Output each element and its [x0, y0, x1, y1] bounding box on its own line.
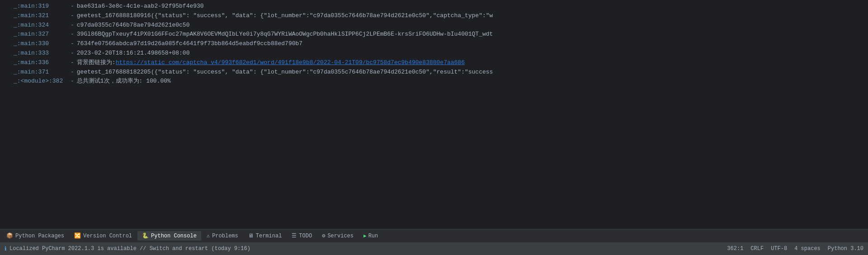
toolbar-tab-version-control[interactable]: 🔀Version Control [70, 231, 137, 241]
toolbar-tab-problems[interactable]: ⚠Problems [202, 231, 243, 241]
cursor-position: 362:1 [727, 246, 743, 252]
toolbar-tab-todo[interactable]: ☰TODO [287, 231, 316, 241]
console-area: _:main:319 - bae631a6-3e8c-4c1e-aab2-92f… [0, 0, 868, 215]
status-left: ℹ Localized PyCharm 2022.1.3 is availabl… [5, 246, 722, 252]
console-line: _:main:327 - 39Gl86BQgpTxeuyf4iPX01G6FFo… [10, 30, 868, 39]
status-bar: ℹ Localized PyCharm 2022.1.3 is availabl… [0, 242, 868, 255]
line-content: geetest_1676888182205({"status": "succes… [77, 68, 493, 77]
line-content: 总共测试1次，成功率为: 100.00% [77, 77, 171, 86]
line-content: 2023-02-20T18:16:21.498658+08:00 [77, 49, 190, 58]
line-dash: - [71, 30, 74, 39]
toolbar-tab-python-packages[interactable]: 📦Python Packages [2, 231, 69, 241]
run-tab[interactable]: ▶Run [359, 232, 382, 241]
python-version: Python 3.10 [828, 246, 863, 252]
todo-label: TODO [299, 233, 312, 239]
line-prefix: _:main:330 [14, 39, 68, 49]
console-line: _:main:321 - geetest_1676888180916({"sta… [10, 11, 868, 21]
line-dash: - [71, 21, 74, 30]
python-console-label: Python Console [151, 233, 197, 239]
services-label: Services [327, 233, 354, 239]
status-message: Localized PyCharm 2022.1.3 is available … [9, 246, 250, 252]
console-line: _:main:319 - bae631a6-3e8c-4c1e-aab2-92f… [10, 2, 868, 11]
toolbar-tab-terminal[interactable]: 🖥Terminal [244, 231, 287, 241]
console-line: _:main:324 - c97da0355c7646b78ae794d2621… [10, 21, 868, 30]
line-prefix: _:main:324 [14, 21, 68, 30]
toolbar-tab-python-console[interactable]: 🐍Python Console [137, 231, 201, 241]
line-prefix: _:main:327 [14, 30, 68, 39]
console-content: _:main:319 - bae631a6-3e8c-4c1e-aab2-92f… [10, 0, 868, 215]
console-line: _:<module>:382 - 总共测试1次，成功率为: 100.00% [10, 77, 868, 86]
line-dash: - [71, 2, 74, 11]
toolbar-tab-services[interactable]: ⚙Services [317, 231, 358, 241]
line-prefix: _:main:336 [14, 58, 68, 68]
indent: 4 spaces [794, 246, 821, 252]
version-control-icon: 🔀 [74, 232, 81, 239]
console-line: _:main:330 - 7634fe07566abdca97d19d26a08… [10, 39, 868, 49]
line-prefix: _:<module>:382 [14, 77, 68, 86]
run-icon: ▶ [363, 233, 367, 239]
info-icon: ℹ [5, 246, 7, 252]
python-packages-icon: 📦 [6, 232, 13, 239]
console-line: _:main:336 - 背景图链接为:https://static com/c… [10, 58, 868, 68]
line-prefix: _:main:333 [14, 49, 68, 58]
line-ending: CRLF [750, 246, 764, 252]
console-line: _:main:371 - geetest_1676888182205({"sta… [10, 68, 868, 77]
line-content-text: 背景图链接为: [77, 58, 116, 68]
line-content-link[interactable]: https://static com/captcha_v4/993f682ed1… [116, 58, 465, 68]
services-icon: ⚙ [322, 232, 325, 239]
problems-label: Problems [212, 233, 238, 239]
line-content: 39Gl86BQgpTxeuyf4iPX01G6FFoc27mpAK8V6OEV… [77, 30, 493, 39]
run-label: Run [368, 233, 378, 239]
bottom-toolbar: 📦Python Packages🔀Version Control🐍Python … [0, 229, 868, 242]
version-control-label: Version Control [83, 233, 132, 239]
line-dash: - [71, 39, 74, 49]
console-line: _:main:333 - 2023-02-20T18:16:21.498658+… [10, 49, 868, 58]
line-content: geetest_1676888180916({"status": "succes… [77, 11, 493, 21]
todo-icon: ☰ [292, 232, 297, 239]
python-packages-label: Python Packages [15, 233, 64, 239]
line-content: 7634fe07566abdca97d19d26a085fc4641f9f73b… [77, 39, 302, 49]
line-dash: - [71, 49, 74, 58]
terminal-icon: 🖥 [248, 232, 254, 239]
terminal-label: Terminal [256, 233, 282, 239]
line-dash: - [71, 58, 74, 68]
line-dash: - [71, 11, 74, 21]
python-console-icon: 🐍 [142, 232, 149, 239]
encoding: UTF-8 [771, 246, 787, 252]
problems-icon: ⚠ [207, 232, 210, 239]
line-content: bae631a6-3e8c-4c1e-aab2-92f95bf4e930 [77, 2, 204, 11]
status-right: 362:1 CRLF UTF-8 4 spaces Python 3.10 [727, 246, 863, 252]
line-dash: - [71, 77, 74, 86]
line-prefix: _:main:321 [14, 11, 68, 21]
line-dash: - [71, 68, 74, 77]
line-prefix: _:main:371 [14, 68, 68, 77]
line-prefix: _:main:319 [14, 2, 68, 11]
line-content: c97da0355c7646b78ae794d2621e0c50 [77, 21, 190, 30]
